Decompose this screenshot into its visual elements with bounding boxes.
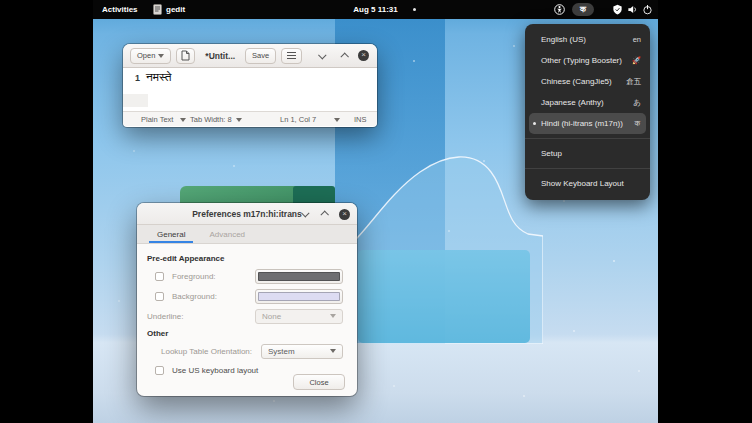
chevron-down-icon: [158, 54, 164, 58]
chevron-down-icon[interactable]: [334, 118, 340, 122]
menu-item-setup[interactable]: Setup: [525, 143, 650, 164]
menu-item-show-keyboard-layout[interactable]: Show Keyboard Layout: [525, 173, 650, 194]
input-source-indicator[interactable]: क: [572, 3, 594, 16]
screen: Activities gedit Aug 5 11:31: [0, 0, 752, 423]
layout-badge: 🚀: [632, 56, 641, 65]
underline-select[interactable]: None: [255, 309, 343, 324]
menu-item-label: Other (Typing Booster): [541, 56, 622, 65]
maximize-button[interactable]: [320, 210, 328, 218]
line-number: 1: [123, 70, 143, 83]
activities-label: Activities: [102, 5, 138, 14]
section-other: Other: [147, 329, 343, 338]
open-button[interactable]: Open: [130, 48, 171, 64]
foreground-color-swatch: [258, 272, 340, 281]
background-row: Background:: [147, 286, 343, 306]
layout-badge: あ: [633, 98, 641, 108]
foreground-checkbox[interactable]: [155, 272, 164, 281]
notification-dot: [413, 8, 416, 11]
privacy-shield-icon[interactable]: [612, 4, 623, 15]
lookup-orientation-select[interactable]: System: [261, 344, 343, 359]
desktop: Activities gedit Aug 5 11:31: [93, 0, 658, 423]
maximize-button[interactable]: [340, 52, 348, 60]
selected-indicator: [533, 122, 536, 125]
menu-item-label: Chinese (CangJie5): [541, 77, 612, 86]
tab-general[interactable]: General: [145, 225, 197, 243]
minimize-button[interactable]: [301, 209, 309, 217]
menu-item-english-us[interactable]: English (US) en: [525, 29, 650, 50]
chevron-down-icon: [330, 349, 336, 353]
hamburger-icon: [287, 52, 296, 59]
menu-item-label: English (US): [541, 35, 586, 44]
preferences-content: Pre-edit Appearance Foreground: Backgrou…: [137, 244, 357, 379]
line-number-gutter: [123, 94, 148, 107]
preferences-dialog: Preferences m17n:hi:itrans General Advan…: [137, 203, 357, 396]
layout-badge: 倉五: [626, 77, 641, 87]
cursor-position: Ln 1, Col 7: [280, 115, 316, 124]
input-source-menu: English (US) en Other (Typing Booster) 🚀…: [525, 24, 650, 200]
gedit-text-area[interactable]: 1 नमस्ते: [123, 68, 377, 111]
menu-item-label: Hindi (hi-itrans (m17n)): [541, 119, 623, 128]
top-bar: Activities gedit Aug 5 11:31: [93, 0, 658, 19]
menu-item-japanese-anthy[interactable]: Japanese (Anthy) あ: [525, 92, 650, 113]
gedit-icon: [153, 4, 162, 15]
menu-item-label: Japanese (Anthy): [541, 98, 604, 107]
us-keyboard-checkbox[interactable]: [155, 366, 164, 375]
underline-label: Underline:: [147, 312, 183, 321]
wallpaper-wave: [328, 138, 543, 344]
foreground-color-button[interactable]: [255, 269, 343, 284]
chevron-down-icon: [236, 118, 242, 122]
lookup-orientation-label: Lookup Table Orientation:: [161, 347, 252, 356]
volume-icon[interactable]: [627, 4, 638, 15]
menu-separator: [525, 168, 650, 169]
insert-mode-indicator: INS: [354, 115, 367, 124]
close-window-button[interactable]: [339, 209, 350, 220]
us-keyboard-label: Use US keyboard layout: [172, 366, 258, 375]
accessibility-icon[interactable]: [554, 4, 565, 15]
background-color-button[interactable]: [255, 289, 343, 304]
activities-button[interactable]: Activities: [102, 0, 138, 19]
foreground-row: Foreground:: [147, 266, 343, 286]
new-document-icon: [181, 50, 190, 61]
section-preedit-appearance: Pre-edit Appearance: [147, 254, 343, 263]
gedit-window: Open *Untit... Save: [123, 44, 377, 127]
gedit-headerbar: Open *Untit... Save: [123, 44, 377, 68]
menu-item-hindi-itrans[interactable]: Hindi (hi-itrans (m17n)) क: [529, 113, 646, 134]
background-checkbox[interactable]: [155, 292, 164, 301]
underline-value: None: [262, 312, 281, 321]
foreground-label: Foreground:: [172, 272, 216, 281]
document-line: 1 नमस्ते: [123, 68, 377, 84]
lookup-orientation-row: Lookup Table Orientation: System: [147, 341, 343, 361]
preferences-titlebar: Preferences m17n:hi:itrans: [137, 203, 357, 225]
menu-button[interactable]: [281, 48, 302, 64]
save-button[interactable]: Save: [245, 48, 276, 64]
lookup-orientation-value: System: [268, 347, 295, 356]
document-title: *Untit...: [205, 51, 235, 61]
close-button-label: Close: [309, 378, 328, 387]
underline-row: Underline: None: [147, 306, 343, 326]
language-selector[interactable]: Plain Text: [141, 115, 173, 124]
document-text: नमस्ते: [146, 70, 172, 84]
tab-width-selector[interactable]: Tab Width: 8: [190, 115, 232, 124]
clock-label: Aug 5 11:31: [353, 5, 397, 14]
save-button-label: Save: [252, 51, 269, 60]
app-menu-button[interactable]: gedit: [153, 0, 185, 19]
preferences-tabs: General Advanced: [137, 225, 357, 244]
layout-badge: क: [634, 119, 640, 129]
menu-item-typing-booster[interactable]: Other (Typing Booster) 🚀: [525, 50, 650, 71]
tab-advanced[interactable]: Advanced: [197, 225, 257, 243]
new-document-button[interactable]: [176, 48, 195, 64]
dialog-title: Preferences m17n:hi:itrans: [192, 209, 302, 219]
menu-separator: [525, 138, 650, 139]
power-icon[interactable]: [642, 4, 653, 15]
app-menu-label: gedit: [166, 5, 185, 14]
close-dialog-button[interactable]: Close: [293, 374, 345, 390]
menu-item-label: Show Keyboard Layout: [541, 179, 624, 188]
chevron-down-icon: [180, 118, 186, 122]
menu-item-chinese-cangjie5[interactable]: Chinese (CangJie5) 倉五: [525, 71, 650, 92]
minimize-button[interactable]: [318, 51, 326, 59]
tab-label: General: [157, 230, 185, 239]
close-window-button[interactable]: [358, 50, 369, 61]
open-button-label: Open: [137, 51, 155, 60]
clock-button[interactable]: Aug 5 11:31: [353, 0, 397, 19]
background-label: Background:: [172, 292, 217, 301]
